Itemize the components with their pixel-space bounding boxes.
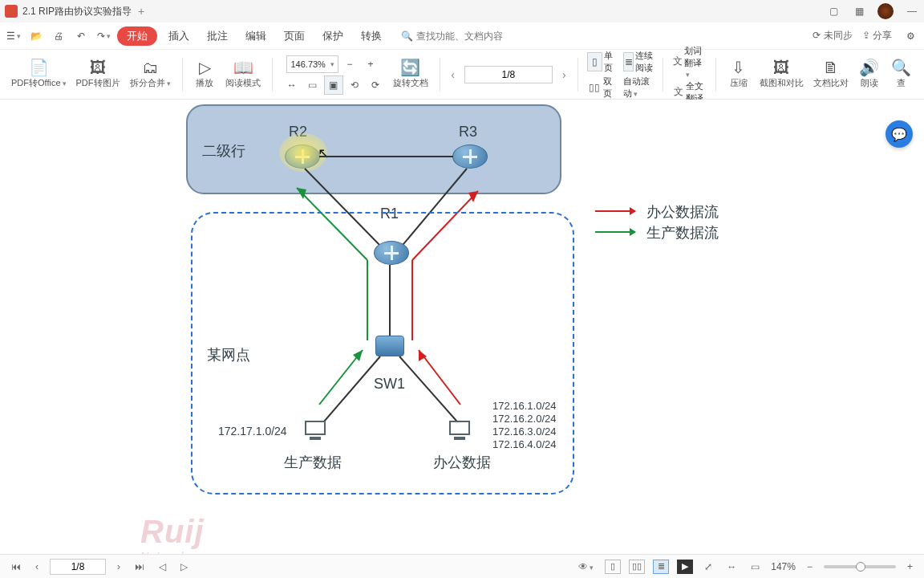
settings-icon[interactable]: ⚙ [902,27,919,45]
redo-icon[interactable]: ↷▾ [95,27,112,45]
prod-data-label: 生产数据 [284,453,342,472]
legend-prod-label: 生产数据流 [646,223,719,242]
view-double-icon[interactable]: ▯▯ [629,560,645,574]
zoom-in-icon[interactable]: + [361,55,380,74]
view-cont-icon[interactable]: ≣ [653,560,669,574]
status-bar: ⏮ ‹ › ⏭ ◁ ▷ 👁▾ ▯ ▯▯ ≣ ▶ ⤢ ↔ ▭ 147% − + [0,554,924,578]
print-icon[interactable]: 🖨 [50,27,67,45]
rotate-ccw-icon[interactable]: ⟲ [345,75,364,95]
play-button[interactable]: ▷播放 [188,58,221,91]
new-tab-button[interactable]: + [138,5,144,18]
switch-sw1-label: SW1 [374,376,405,393]
eye-icon[interactable]: 👁▾ [575,561,597,572]
full-translate-icon[interactable]: 文 [673,83,684,102]
rotate-cw-icon[interactable]: ⟳ [366,75,385,95]
search-box[interactable]: 🔍 [401,31,529,42]
zone-top-label: 二级行 [202,141,245,161]
minimize-icon[interactable]: — [905,4,919,18]
read-mode-button[interactable]: 📖阅读模式 [221,58,265,91]
zoom-slider[interactable] [824,565,896,568]
open-icon[interactable]: 📂 [27,27,45,45]
legend-prod-arrow [595,231,635,233]
pdf-to-office-button[interactable]: 📄PDF转Office▾ [6,58,71,91]
prod-net-label: 172.17.1.0/24 [218,425,287,438]
menu-bar: ☰▾ 📂 🖨 ↶ ↷▾ 开始 插入 批注 编辑 页面 保护 转换 🔍 ⟳ 未同步… [0,22,924,50]
crop-status-icon[interactable]: ▭ [748,561,763,572]
word-translate-label[interactable]: 划词翻译▾ [684,45,706,79]
presentation-icon[interactable]: ▶ [677,560,693,574]
menu-page[interactable]: 页面 [278,26,311,46]
document-tab[interactable]: 2.1 RIP路由协议实验指导 [22,5,132,18]
compress-button[interactable]: ⇩压缩 [723,58,755,91]
zoom-out-status[interactable]: − [804,561,816,572]
last-page-button[interactable]: ⏭ [132,561,148,572]
select-area-icon[interactable]: ▣ [324,75,343,95]
zoom-in-status[interactable]: + [904,561,916,572]
switch-sw1-icon [375,336,404,356]
zoom-value: 147% [771,561,796,572]
page-number-input[interactable] [464,66,553,83]
search-input[interactable] [416,31,529,42]
auto-scroll-label[interactable]: 自动滚动▾ [623,75,653,100]
undo-icon[interactable]: ↶ [72,27,90,45]
pc-office-icon [449,421,470,442]
office-nets: 172.16.1.0/24 172.16.2.0/24 172.16.3.0/2… [492,400,557,451]
zoom-out-icon[interactable]: − [340,55,359,74]
menu-edit[interactable]: 编辑 [239,26,273,46]
split-merge-button[interactable]: 🗂拆分合并▾ [125,58,176,91]
search-icon: 🔍 [401,31,413,42]
app-icon [5,5,18,18]
menu-insert[interactable]: 插入 [162,26,196,46]
read-aloud-button[interactable]: 🔊朗读 [853,58,886,91]
legend-office-label: 办公数据流 [646,202,719,222]
assistant-fab[interactable]: 💬 [886,120,913,148]
next-page-status[interactable]: › [114,561,124,572]
nudge-right-icon[interactable]: ▷ [177,561,191,572]
avatar[interactable] [877,3,894,19]
sync-status[interactable]: ⟳ 未同步 [813,29,852,43]
next-page-button[interactable]: › [557,68,571,81]
pdf-to-image-button[interactable]: 🖼PDF转图片 [71,58,125,91]
menu-icon[interactable]: ☰▾ [5,27,22,45]
crop-icon[interactable]: ▭ [303,75,322,95]
fit-icon[interactable]: ⤢ [701,561,715,572]
menu-start[interactable]: 开始 [117,26,157,46]
watermark: Ruij Networks [140,514,205,554]
prev-page-status[interactable]: ‹ [32,561,42,572]
double-page-icon[interactable]: ▯▯ [587,78,602,97]
menu-annotate[interactable]: 批注 [201,26,234,46]
prev-page-button[interactable]: ‹ [446,68,460,81]
word-translate-icon[interactable]: 文 [673,52,683,71]
doc-compare-button[interactable]: 🗎文档比对 [808,58,853,91]
status-page-input[interactable] [50,559,106,575]
fit-width-status-icon[interactable]: ↔ [723,561,740,572]
router-r3-label: R3 [459,124,477,140]
layout-1-icon[interactable]: ▢ [826,4,841,18]
legend-office-arrow [595,210,635,212]
continuous-icon[interactable]: ≣ [623,52,634,71]
zone-site-label: 某网点 [207,345,250,364]
menu-protect[interactable]: 保护 [316,26,350,46]
title-bar: 2.1 RIP路由协议实验指导 + ▢ ▦ — [0,0,924,22]
double-page-label[interactable]: 双页 [603,75,617,100]
router-r3-icon [452,144,488,169]
view-single-icon[interactable]: ▯ [605,560,621,574]
pc-prod-icon [305,421,326,442]
document-canvas[interactable]: 二级行 R2 R3 ↖ [0,100,924,554]
fit-width-icon[interactable]: ↔ [282,75,302,95]
zoom-level[interactable]: 146.73%▾ [286,55,338,73]
rotate-doc-button[interactable]: 🔄旋转文档 [388,58,433,91]
single-page-label[interactable]: 单页 [604,50,618,74]
highlight-glow [279,133,327,172]
menu-convert[interactable]: 转换 [355,26,388,46]
office-data-label: 办公数据 [433,453,491,472]
find-button[interactable]: 🔍查 [886,58,918,91]
screenshot-compare-button[interactable]: 🖼截图和对比 [755,58,808,91]
grid-icon[interactable]: ▦ [852,4,866,18]
ribbon: 📄PDF转Office▾ 🖼PDF转图片 🗂拆分合并▾ ▷播放 📖阅读模式 14… [0,50,924,100]
single-page-icon[interactable]: ▯ [587,52,602,71]
share-button[interactable]: ⇪ 分享 [862,29,892,43]
nudge-left-icon[interactable]: ◁ [156,561,169,572]
first-page-button[interactable]: ⏮ [8,561,24,572]
continuous-label[interactable]: 连续阅读 [635,50,653,74]
